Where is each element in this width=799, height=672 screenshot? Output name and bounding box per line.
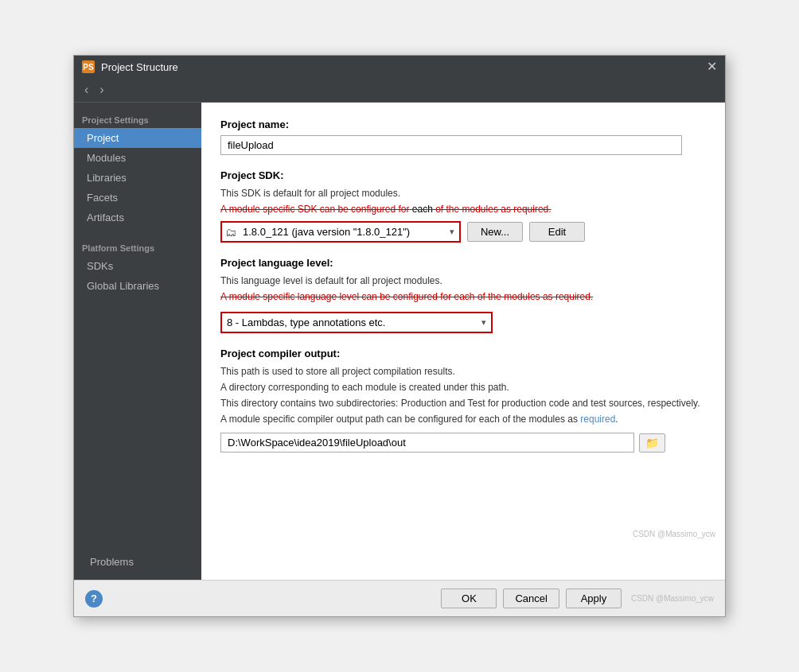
compiler-desc1: This path is used to store all project c…: [220, 364, 706, 379]
compiler-desc3: This directory contains two subdirectori…: [220, 396, 706, 410]
compiler-path-browse-button[interactable]: 📁: [639, 433, 665, 453]
sidebar-item-project[interactable]: Project: [74, 128, 201, 148]
sdk-edit-button[interactable]: Edit: [529, 222, 585, 242]
window-title: Project Structure: [101, 61, 707, 73]
lang-chevron-icon: ▾: [481, 317, 486, 328]
project-structure-dialog: PS Project Structure ✕ ‹ › Project Setti…: [73, 55, 726, 617]
footer: ? OK Cancel Apply CSDN @Massimo_ycw: [74, 580, 725, 616]
project-name-input[interactable]: [220, 135, 682, 155]
sidebar-item-global-libraries[interactable]: Global Libraries: [74, 276, 201, 296]
sdk-desc1: This SDK is default for all project modu…: [220, 186, 706, 200]
lang-desc1: This language level is default for all p…: [220, 274, 706, 288]
lang-select-wrapper: 8 - Lambdas, type annotations etc. ▾: [220, 312, 493, 333]
lang-desc2: A module specific language level can be …: [220, 289, 706, 304]
compiler-desc2: A directory corresponding to each module…: [220, 380, 706, 394]
project-name-section: Project name:: [220, 118, 706, 155]
back-button[interactable]: ‹: [80, 81, 92, 99]
main-content: Project Settings Project Modules Librari…: [74, 103, 725, 580]
project-lang-section: Project language level: This language le…: [220, 257, 706, 333]
ok-button[interactable]: OK: [441, 588, 497, 608]
app-icon: PS: [82, 60, 95, 73]
project-sdk-label: Project SDK:: [220, 169, 706, 181]
sidebar-item-sdks[interactable]: SDKs: [74, 256, 201, 276]
sdk-select-wrapper: 🗂 1.8.0_121 (java version "1.8.0_121") ▾: [220, 221, 461, 243]
watermark-text: CSDN @Massimo_ycw: [631, 594, 714, 603]
content-area: Project name: Project SDK: This SDK is d…: [201, 103, 725, 580]
compiler-section: Project compiler output: This path is us…: [220, 348, 706, 453]
cancel-button[interactable]: Cancel: [503, 588, 559, 608]
close-button[interactable]: ✕: [707, 60, 717, 73]
sdk-desc2: A module specific SDK can be configured …: [220, 202, 706, 216]
compiler-output-row: 📁: [220, 433, 706, 453]
forward-button[interactable]: ›: [95, 81, 107, 99]
title-bar: PS Project Structure ✕: [74, 56, 725, 78]
sidebar-item-problems[interactable]: Problems: [82, 552, 193, 572]
sidebar: Project Settings Project Modules Librari…: [74, 103, 201, 580]
sdk-folder-icon: 🗂: [225, 226, 236, 239]
sidebar-bottom: Problems: [74, 534, 201, 580]
watermark: CSDN @Massimo_ycw: [629, 528, 719, 540]
project-settings-label: Project Settings: [74, 109, 201, 128]
apply-button[interactable]: Apply: [566, 588, 622, 608]
sdk-select[interactable]: 1.8.0_121 (java version "1.8.0_121"): [238, 223, 445, 241]
sdk-new-button[interactable]: New...: [467, 222, 523, 242]
sdk-chevron-icon: ▾: [450, 227, 454, 237]
project-lang-label: Project language level:: [220, 257, 706, 269]
lang-select[interactable]: 8 - Lambdas, type annotations etc.: [222, 313, 477, 332]
compiler-desc4: A module specific compiler output path c…: [220, 412, 706, 426]
sidebar-item-artifacts[interactable]: Artifacts: [74, 208, 201, 227]
help-button[interactable]: ?: [85, 590, 103, 608]
project-sdk-section: Project SDK: This SDK is default for all…: [220, 169, 706, 243]
compiler-path-input[interactable]: [220, 433, 634, 453]
sidebar-item-facets[interactable]: Facets: [74, 188, 201, 208]
platform-settings-label: Platform Settings: [74, 237, 201, 256]
toolbar: ‹ ›: [74, 78, 725, 103]
sidebar-item-libraries[interactable]: Libraries: [74, 168, 201, 188]
project-name-label: Project name:: [220, 118, 706, 130]
sdk-row: 🗂 1.8.0_121 (java version "1.8.0_121") ▾…: [220, 221, 706, 243]
compiler-label: Project compiler output:: [220, 348, 706, 359]
sidebar-item-modules[interactable]: Modules: [74, 148, 201, 168]
